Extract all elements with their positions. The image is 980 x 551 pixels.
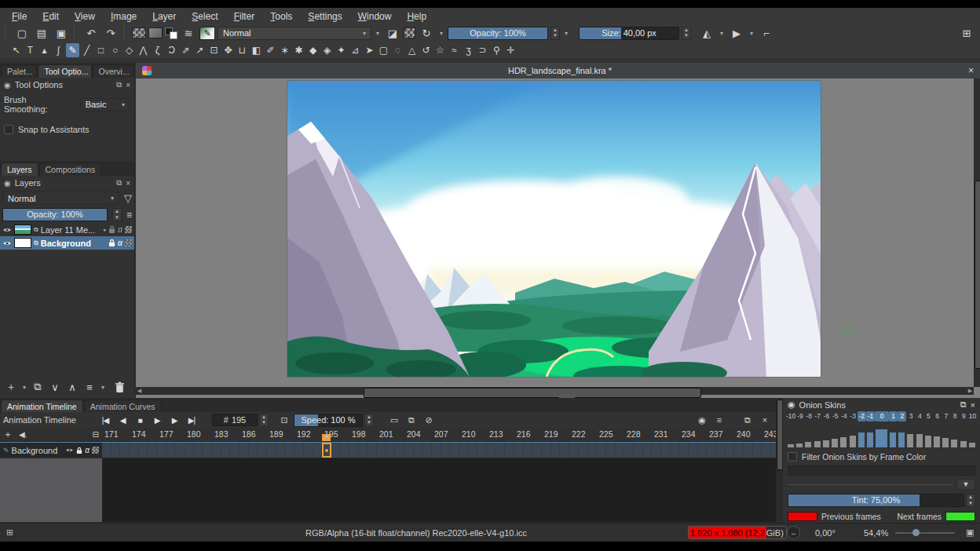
line-tool[interactable]: ╱ [80, 43, 93, 57]
text-tool[interactable]: T [24, 43, 37, 57]
visibility-eye-icon[interactable] [65, 447, 74, 453]
scroll-left-arrow[interactable]: ◀ [136, 387, 143, 395]
mirror-h-dropdown-arrow[interactable]: ▾ [718, 30, 726, 37]
onion-offset-10[interactable]: 10 [968, 411, 977, 421]
menu-tools[interactable]: Tools [263, 9, 299, 24]
collapse-chevron-button[interactable]: ▼ [956, 479, 975, 490]
magnetic-select-tool[interactable]: ⊃ [476, 43, 489, 57]
lock-icon[interactable] [108, 225, 115, 234]
brush-editor-button[interactable]: ✎ [199, 27, 215, 40]
pattern-chooser[interactable] [148, 27, 163, 38]
move-layer-down-button[interactable]: ∨ [47, 381, 63, 393]
polygonal-select-tool[interactable]: △ [405, 43, 419, 57]
freehand-brush-tool[interactable]: ✎ [66, 43, 79, 57]
scroll-right-arrow[interactable]: ▶ [967, 387, 974, 395]
redo-button[interactable]: ↷ [102, 26, 119, 41]
rect-select-tool[interactable]: ▢ [377, 43, 390, 57]
menu-edit[interactable]: Edit [35, 9, 66, 24]
new-document-button[interactable]: ▢ [13, 26, 31, 41]
float-docker-icon[interactable]: ⧉ [740, 415, 755, 425]
reload-preset-button[interactable]: ↻ [418, 26, 435, 41]
opacity-slider[interactable]: Opacity: 100% [448, 27, 548, 40]
menu-view[interactable]: View [68, 9, 102, 24]
transform-tool[interactable]: ⊡ [207, 43, 221, 57]
smart-patch-tool[interactable]: ✱ [292, 43, 305, 57]
selection-display-icon[interactable]: ⊞ [6, 527, 13, 538]
delete-layer-trash-icon[interactable] [115, 381, 125, 393]
onion-offset--4[interactable]: -4 [839, 411, 848, 421]
layer-properties-dropdown-arrow[interactable]: ▾ [99, 384, 107, 391]
menu-help[interactable]: Help [400, 9, 433, 24]
onion-opacity-bar-3[interactable] [907, 434, 913, 447]
canvas-horizontal-scrollbar[interactable]: ◀ ▶ [136, 387, 974, 395]
document-title-bar[interactable]: HDR_landscape_final.kra * × [136, 63, 980, 78]
wrap-around-button[interactable]: ⌐ [758, 26, 775, 41]
layer-opacity-slider[interactable]: Opacity: 100% [2, 208, 108, 221]
lock-icon[interactable] [108, 239, 115, 247]
float-docker-icon[interactable]: ⧉ [116, 178, 122, 188]
onion-opacity-bar--1[interactable] [867, 432, 873, 447]
onion-opacity-bar-2[interactable] [898, 432, 905, 447]
tint-spinner[interactable]: ▲▼ [966, 494, 975, 507]
alpha-lock-icon[interactable]: α [85, 446, 90, 454]
polyline-tool[interactable]: ⋀ [137, 43, 150, 57]
tab-layers[interactable]: Layers [1, 162, 38, 176]
crop-tool[interactable]: ⊔ [236, 43, 249, 57]
blending-dropdown-arrow[interactable]: ▾ [374, 30, 382, 37]
stop-button[interactable]: ■ [132, 416, 148, 425]
mirror-vertical-button[interactable]: ▶ [728, 26, 745, 41]
ellipse-tool[interactable]: ○ [108, 43, 122, 57]
menu-file[interactable]: File [5, 9, 34, 24]
layer-row-layer11[interactable]: ⧉ Layer 11 Me... ● α [0, 223, 134, 236]
filter-onion-skins-checkbox[interactable] [788, 452, 797, 462]
alpha-lock-icon[interactable]: α [118, 225, 122, 234]
mirror-horizontal-button[interactable]: ◭ [698, 26, 715, 41]
canvas-only-mode-icon[interactable]: ▣ [966, 527, 974, 538]
reload-dropdown-arrow[interactable]: ▾ [437, 30, 445, 37]
input-device-icon[interactable]: ↔ [787, 526, 800, 539]
loop-toggle-icon[interactable]: ⊡ [276, 415, 292, 425]
onion-offset--10[interactable]: -10 [786, 411, 795, 421]
brush-presets-button[interactable]: ≋ [180, 26, 197, 41]
pin-icon[interactable]: ✎ [3, 447, 9, 454]
pin-icon[interactable]: ● [103, 227, 106, 232]
onion-offset--3[interactable]: -3 [849, 411, 858, 421]
assistants-tool[interactable]: ⊿ [349, 43, 362, 57]
eraser-mode-button[interactable]: ◪ [384, 26, 401, 41]
float-docker-icon[interactable]: ⧉ [116, 80, 122, 89]
onion-opacity-bar-6[interactable] [934, 436, 940, 447]
dock-tab-tool-optio-[interactable]: Tool Optio... [38, 64, 91, 78]
tab-animation-curves[interactable]: Animation Curves [84, 400, 162, 412]
zoom-fit-timeline-icon[interactable]: ⊟ [93, 430, 99, 439]
brush-smoothing-combo[interactable]: Basic ▾ [80, 98, 130, 111]
dock-tab-palet-[interactable]: Palet... [1, 64, 37, 78]
close-docker-icon[interactable]: × [126, 179, 130, 188]
next-frames-color-swatch[interactable] [945, 512, 975, 521]
onion-offset--1[interactable]: -1 [866, 411, 875, 421]
layer-menu-icon[interactable]: ≡ [126, 210, 132, 221]
onion-opacity-bar--5[interactable] [832, 439, 838, 447]
close-docker-icon[interactable]: × [757, 415, 773, 425]
mirror-v-dropdown-arrow[interactable]: ▾ [748, 30, 755, 37]
menu-filter[interactable]: Filter [227, 9, 262, 24]
frame-spinner[interactable]: ▲▼ [259, 414, 269, 427]
onion-offset-4[interactable]: 4 [916, 411, 924, 421]
inherit-alpha-icon[interactable] [92, 447, 99, 454]
gradient-chooser[interactable] [132, 27, 146, 38]
tab-animation-timeline[interactable]: Animation Timeline [1, 400, 83, 412]
onion-opacity-bar-5[interactable] [925, 436, 931, 447]
freehand-select-tool[interactable]: ↺ [419, 43, 433, 57]
zoom-slider[interactable] [895, 526, 955, 539]
onion-skin-toggle-icon[interactable]: ◉ [694, 415, 710, 425]
skip-to-end-button[interactable]: ▶| [184, 416, 199, 425]
snap-to-assistants-checkbox[interactable] [4, 125, 13, 134]
add-layer-dropdown-arrow[interactable]: ▾ [20, 384, 28, 391]
onion-offset-6[interactable]: 6 [933, 411, 942, 421]
onion-opacity-bar-4[interactable] [916, 434, 923, 447]
tab-compositions[interactable]: Compositions [39, 162, 102, 176]
previous-frame-button[interactable]: ◀ [115, 416, 130, 425]
shape-select-tool[interactable]: ↖ [9, 43, 23, 57]
onion-opacity-bar-9[interactable] [960, 441, 967, 447]
onion-opacity-bar--10[interactable] [788, 444, 794, 447]
multibrush-tool[interactable]: ↗ [193, 43, 207, 57]
